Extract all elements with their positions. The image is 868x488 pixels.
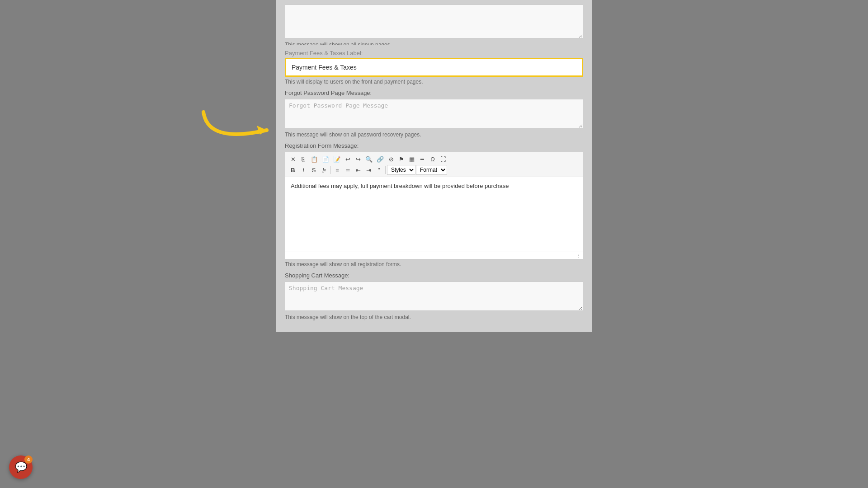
form-container: This message will show on all signup pag… — [276, 0, 592, 332]
tb-anchor[interactable]: ⚑ — [396, 154, 406, 164]
top-section: This message will show on all signup pag… — [285, 5, 583, 45]
tb-bold[interactable]: B — [288, 165, 298, 175]
registration-section: Registration Form Message: ✕ ⎘ 📋 📄 📝 ↩ ↪ — [285, 142, 583, 267]
signup-helper: This message will show on all signup pag… — [285, 42, 583, 45]
tb-paste[interactable]: 📋 — [309, 154, 320, 164]
toolbar-row-2: B I S Ix ≡ ≣ ⇤ ⇥ " Styles — [288, 165, 580, 175]
tb-indent[interactable]: ⇥ — [363, 165, 373, 175]
main-content: This message will show on all signup pag… — [276, 0, 592, 332]
forgot-password-label: Forgot Password Page Message: — [285, 89, 583, 96]
editor-body[interactable]: Additional fees may apply, full payment … — [285, 177, 583, 252]
tb-unlink[interactable]: ⊘ — [386, 154, 396, 164]
tb-italic[interactable]: I — [298, 165, 308, 175]
forgot-password-section: Forgot Password Page Message: This messa… — [285, 89, 583, 138]
tb-link[interactable]: 🔗 — [375, 154, 386, 164]
separator-1 — [330, 166, 331, 174]
payment-helper: This will display to users on the front … — [285, 79, 583, 85]
cart-label: Shopping Cart Message: — [285, 272, 583, 279]
tb-special-char[interactable]: Ω — [428, 154, 438, 164]
tb-paste-word[interactable]: 📝 — [331, 154, 342, 164]
arrow-annotation — [190, 103, 280, 157]
tb-undo[interactable]: ↩ — [343, 154, 353, 164]
toolbar-row-1: ✕ ⎘ 📋 📄 📝 ↩ ↪ 🔍 🔗 ⊘ ⚑ ▦ ━ — [288, 154, 580, 164]
forgot-password-textarea[interactable] — [285, 99, 583, 128]
separator-2 — [385, 166, 386, 174]
payment-fees-input[interactable]: Payment Fees & Taxes — [286, 59, 582, 75]
tb-clear-format[interactable]: Ix — [319, 165, 329, 175]
tb-hrule[interactable]: ━ — [417, 154, 427, 164]
top-textarea[interactable] — [285, 5, 583, 38]
chat-icon: 💬 — [15, 461, 27, 473]
cart-textarea[interactable] — [285, 282, 583, 311]
editor-toolbar: ✕ ⎘ 📋 📄 📝 ↩ ↪ 🔍 🔗 ⊘ ⚑ ▦ ━ — [285, 152, 583, 177]
forgot-password-helper: This message will show on all password r… — [285, 131, 583, 138]
tb-redo[interactable]: ↪ — [353, 154, 363, 164]
tb-ordered-list[interactable]: ≣ — [343, 165, 353, 175]
tb-paste-text[interactable]: 📄 — [320, 154, 331, 164]
tb-copy[interactable]: ⎘ — [298, 154, 308, 164]
tb-find[interactable]: 🔍 — [363, 154, 374, 164]
editor-resize[interactable]: ⋮ — [285, 252, 583, 259]
page-wrapper: This message will show on all signup pag… — [0, 0, 868, 488]
styles-dropdown[interactable]: Styles — [387, 165, 415, 175]
cart-helper: This message will show on the top of the… — [285, 314, 583, 320]
shopping-cart-section: Shopping Cart Message: This message will… — [285, 272, 583, 320]
tb-unordered-list[interactable]: ≡ — [332, 165, 342, 175]
tb-strikethrough[interactable]: S — [309, 165, 319, 175]
tb-outdent[interactable]: ⇤ — [353, 165, 363, 175]
rich-text-editor: ✕ ⎘ 📋 📄 📝 ↩ ↪ 🔍 🔗 ⊘ ⚑ ▦ ━ — [285, 152, 583, 259]
tb-blockquote[interactable]: " — [374, 165, 384, 175]
format-dropdown[interactable]: Format — [416, 165, 447, 175]
svg-marker-0 — [257, 126, 267, 135]
payment-partial-label: Payment Fees & Taxes Label: — [285, 50, 583, 57]
tb-maximize[interactable]: ⛶ — [438, 154, 448, 164]
payment-fees-wrapper: Payment Fees & Taxes — [285, 58, 583, 77]
tb-table[interactable]: ▦ — [407, 154, 417, 164]
registration-helper: This message will show on all registrati… — [285, 261, 583, 267]
chat-badge: 4 — [24, 455, 33, 464]
registration-label: Registration Form Message: — [285, 142, 583, 149]
chat-button[interactable]: 💬 4 — [9, 455, 33, 479]
highlighted-section: Payment Fees & Taxes This will display t… — [285, 58, 583, 85]
tb-cut[interactable]: ✕ — [288, 154, 298, 164]
